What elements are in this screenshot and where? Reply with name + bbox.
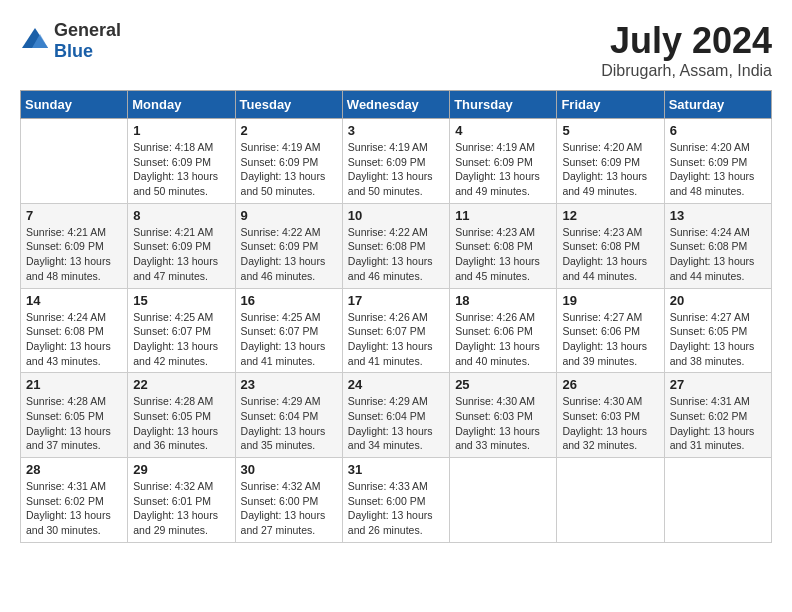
day-number: 27 (670, 377, 766, 392)
cell-info: Sunrise: 4:22 AM Sunset: 6:08 PM Dayligh… (348, 225, 444, 284)
calendar-cell: 2Sunrise: 4:19 AM Sunset: 6:09 PM Daylig… (235, 119, 342, 204)
calendar-week-row: 21Sunrise: 4:28 AM Sunset: 6:05 PM Dayli… (21, 373, 772, 458)
calendar-cell: 7Sunrise: 4:21 AM Sunset: 6:09 PM Daylig… (21, 203, 128, 288)
cell-info: Sunrise: 4:26 AM Sunset: 6:07 PM Dayligh… (348, 310, 444, 369)
cell-info: Sunrise: 4:23 AM Sunset: 6:08 PM Dayligh… (455, 225, 551, 284)
weekday-header-thursday: Thursday (450, 91, 557, 119)
weekday-header-saturday: Saturday (664, 91, 771, 119)
calendar-cell: 28Sunrise: 4:31 AM Sunset: 6:02 PM Dayli… (21, 458, 128, 543)
month-year: July 2024 (601, 20, 772, 62)
day-number: 26 (562, 377, 658, 392)
weekday-header-wednesday: Wednesday (342, 91, 449, 119)
cell-info: Sunrise: 4:25 AM Sunset: 6:07 PM Dayligh… (241, 310, 337, 369)
day-number: 30 (241, 462, 337, 477)
day-number: 3 (348, 123, 444, 138)
calendar-cell: 25Sunrise: 4:30 AM Sunset: 6:03 PM Dayli… (450, 373, 557, 458)
location: Dibrugarh, Assam, India (601, 62, 772, 80)
day-number: 19 (562, 293, 658, 308)
calendar-cell: 17Sunrise: 4:26 AM Sunset: 6:07 PM Dayli… (342, 288, 449, 373)
calendar-cell: 1Sunrise: 4:18 AM Sunset: 6:09 PM Daylig… (128, 119, 235, 204)
calendar-week-row: 1Sunrise: 4:18 AM Sunset: 6:09 PM Daylig… (21, 119, 772, 204)
day-number: 16 (241, 293, 337, 308)
cell-info: Sunrise: 4:28 AM Sunset: 6:05 PM Dayligh… (26, 394, 122, 453)
calendar-cell: 12Sunrise: 4:23 AM Sunset: 6:08 PM Dayli… (557, 203, 664, 288)
calendar-cell (21, 119, 128, 204)
cell-info: Sunrise: 4:24 AM Sunset: 6:08 PM Dayligh… (26, 310, 122, 369)
cell-info: Sunrise: 4:19 AM Sunset: 6:09 PM Dayligh… (241, 140, 337, 199)
calendar-cell: 20Sunrise: 4:27 AM Sunset: 6:05 PM Dayli… (664, 288, 771, 373)
cell-info: Sunrise: 4:33 AM Sunset: 6:00 PM Dayligh… (348, 479, 444, 538)
calendar-cell: 27Sunrise: 4:31 AM Sunset: 6:02 PM Dayli… (664, 373, 771, 458)
cell-info: Sunrise: 4:31 AM Sunset: 6:02 PM Dayligh… (26, 479, 122, 538)
calendar-cell: 22Sunrise: 4:28 AM Sunset: 6:05 PM Dayli… (128, 373, 235, 458)
calendar-cell: 8Sunrise: 4:21 AM Sunset: 6:09 PM Daylig… (128, 203, 235, 288)
calendar-cell: 5Sunrise: 4:20 AM Sunset: 6:09 PM Daylig… (557, 119, 664, 204)
calendar-cell: 9Sunrise: 4:22 AM Sunset: 6:09 PM Daylig… (235, 203, 342, 288)
logo: General Blue (20, 20, 121, 62)
day-number: 22 (133, 377, 229, 392)
day-number: 1 (133, 123, 229, 138)
calendar-cell: 29Sunrise: 4:32 AM Sunset: 6:01 PM Dayli… (128, 458, 235, 543)
title-block: July 2024 Dibrugarh, Assam, India (601, 20, 772, 80)
calendar-cell: 16Sunrise: 4:25 AM Sunset: 6:07 PM Dayli… (235, 288, 342, 373)
day-number: 11 (455, 208, 551, 223)
day-number: 18 (455, 293, 551, 308)
calendar-cell: 14Sunrise: 4:24 AM Sunset: 6:08 PM Dayli… (21, 288, 128, 373)
calendar-cell: 6Sunrise: 4:20 AM Sunset: 6:09 PM Daylig… (664, 119, 771, 204)
day-number: 12 (562, 208, 658, 223)
day-number: 28 (26, 462, 122, 477)
calendar-week-row: 28Sunrise: 4:31 AM Sunset: 6:02 PM Dayli… (21, 458, 772, 543)
day-number: 25 (455, 377, 551, 392)
cell-info: Sunrise: 4:30 AM Sunset: 6:03 PM Dayligh… (455, 394, 551, 453)
cell-info: Sunrise: 4:19 AM Sunset: 6:09 PM Dayligh… (348, 140, 444, 199)
logo-icon (20, 26, 50, 56)
calendar-week-row: 7Sunrise: 4:21 AM Sunset: 6:09 PM Daylig… (21, 203, 772, 288)
cell-info: Sunrise: 4:24 AM Sunset: 6:08 PM Dayligh… (670, 225, 766, 284)
cell-info: Sunrise: 4:30 AM Sunset: 6:03 PM Dayligh… (562, 394, 658, 453)
day-number: 13 (670, 208, 766, 223)
weekday-header-tuesday: Tuesday (235, 91, 342, 119)
cell-info: Sunrise: 4:29 AM Sunset: 6:04 PM Dayligh… (241, 394, 337, 453)
day-number: 9 (241, 208, 337, 223)
cell-info: Sunrise: 4:25 AM Sunset: 6:07 PM Dayligh… (133, 310, 229, 369)
day-number: 23 (241, 377, 337, 392)
cell-info: Sunrise: 4:20 AM Sunset: 6:09 PM Dayligh… (670, 140, 766, 199)
cell-info: Sunrise: 4:27 AM Sunset: 6:05 PM Dayligh… (670, 310, 766, 369)
day-number: 7 (26, 208, 122, 223)
day-number: 6 (670, 123, 766, 138)
calendar-cell (557, 458, 664, 543)
calendar-cell: 4Sunrise: 4:19 AM Sunset: 6:09 PM Daylig… (450, 119, 557, 204)
cell-info: Sunrise: 4:29 AM Sunset: 6:04 PM Dayligh… (348, 394, 444, 453)
calendar-cell: 21Sunrise: 4:28 AM Sunset: 6:05 PM Dayli… (21, 373, 128, 458)
cell-info: Sunrise: 4:21 AM Sunset: 6:09 PM Dayligh… (26, 225, 122, 284)
calendar-table: SundayMondayTuesdayWednesdayThursdayFrid… (20, 90, 772, 543)
day-number: 14 (26, 293, 122, 308)
cell-info: Sunrise: 4:31 AM Sunset: 6:02 PM Dayligh… (670, 394, 766, 453)
calendar-cell: 3Sunrise: 4:19 AM Sunset: 6:09 PM Daylig… (342, 119, 449, 204)
calendar-cell: 24Sunrise: 4:29 AM Sunset: 6:04 PM Dayli… (342, 373, 449, 458)
day-number: 20 (670, 293, 766, 308)
page-header: General Blue July 2024 Dibrugarh, Assam,… (20, 20, 772, 80)
calendar-cell: 10Sunrise: 4:22 AM Sunset: 6:08 PM Dayli… (342, 203, 449, 288)
day-number: 4 (455, 123, 551, 138)
day-number: 10 (348, 208, 444, 223)
cell-info: Sunrise: 4:27 AM Sunset: 6:06 PM Dayligh… (562, 310, 658, 369)
cell-info: Sunrise: 4:32 AM Sunset: 6:01 PM Dayligh… (133, 479, 229, 538)
day-number: 24 (348, 377, 444, 392)
day-number: 29 (133, 462, 229, 477)
cell-info: Sunrise: 4:32 AM Sunset: 6:00 PM Dayligh… (241, 479, 337, 538)
cell-info: Sunrise: 4:22 AM Sunset: 6:09 PM Dayligh… (241, 225, 337, 284)
weekday-header-row: SundayMondayTuesdayWednesdayThursdayFrid… (21, 91, 772, 119)
day-number: 2 (241, 123, 337, 138)
weekday-header-monday: Monday (128, 91, 235, 119)
day-number: 17 (348, 293, 444, 308)
cell-info: Sunrise: 4:20 AM Sunset: 6:09 PM Dayligh… (562, 140, 658, 199)
calendar-cell: 11Sunrise: 4:23 AM Sunset: 6:08 PM Dayli… (450, 203, 557, 288)
cell-info: Sunrise: 4:21 AM Sunset: 6:09 PM Dayligh… (133, 225, 229, 284)
weekday-header-friday: Friday (557, 91, 664, 119)
cell-info: Sunrise: 4:28 AM Sunset: 6:05 PM Dayligh… (133, 394, 229, 453)
weekday-header-sunday: Sunday (21, 91, 128, 119)
calendar-cell: 30Sunrise: 4:32 AM Sunset: 6:00 PM Dayli… (235, 458, 342, 543)
calendar-cell (664, 458, 771, 543)
calendar-cell: 23Sunrise: 4:29 AM Sunset: 6:04 PM Dayli… (235, 373, 342, 458)
